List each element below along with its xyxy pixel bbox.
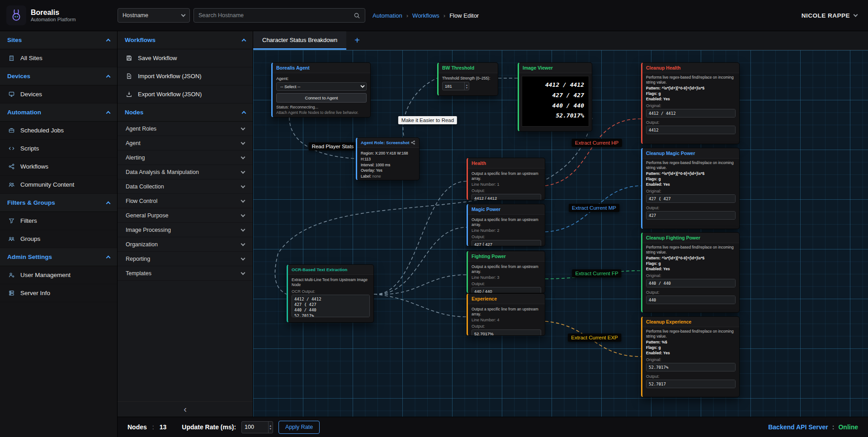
- node-category-agent[interactable]: Agent: [118, 136, 253, 150]
- monitor-icon: [8, 91, 15, 98]
- node-category-templates[interactable]: Templates: [118, 266, 253, 281]
- regex-flags: Flags: g: [646, 177, 736, 182]
- workflows-panel-header[interactable]: Workflows: [118, 31, 253, 49]
- node-borealis-agent[interactable]: Borealis Agent Agent: -- Select -- Conne…: [271, 62, 371, 117]
- share-icon[interactable]: [410, 140, 415, 145]
- node-fighting-power[interactable]: Fighting Power Output a specific line fr…: [467, 251, 545, 293]
- sidebar-section-devices[interactable]: Devices: [0, 67, 117, 85]
- building-icon: [8, 55, 15, 61]
- brand-subtitle: Automation Platform: [31, 17, 76, 22]
- original-textarea[interactable]: 4412 / 4412: [646, 109, 736, 117]
- breadcrumb-workflows[interactable]: Workflows: [412, 12, 439, 19]
- sidebar-item-user-management[interactable]: User Management: [0, 266, 117, 284]
- node-agent-role-screenshot[interactable]: Agent Role: Screenshot Region: X:200 Y:4…: [356, 137, 420, 180]
- threshold-input[interactable]: [443, 82, 464, 90]
- sidebar-section-filters-groups[interactable]: Filters & Groups: [0, 194, 117, 212]
- sidebar-section-sites[interactable]: Sites: [0, 31, 117, 49]
- users-icon: [8, 181, 15, 188]
- node-category-organization[interactable]: Organization: [118, 237, 253, 252]
- output-textarea[interactable]: 52.7017: [646, 380, 736, 388]
- category-label: Data Collection: [126, 183, 164, 190]
- sidebar-item-server-info[interactable]: Server Info: [0, 284, 117, 302]
- node-category-reporting[interactable]: Reporting: [118, 252, 253, 266]
- hostname-dropdown[interactable]: Hostname: [118, 8, 190, 23]
- sidebar-item-workflows[interactable]: Workflows: [0, 158, 117, 176]
- original-textarea[interactable]: 52.7017%: [646, 363, 736, 371]
- sidebar-item-community-content[interactable]: Community Content: [0, 176, 117, 194]
- group-icon: [8, 235, 15, 242]
- node-image-viewer[interactable]: Image Viewer 4412 / 4412 427 / 427 440 /…: [518, 62, 592, 132]
- sidebar-item-devices[interactable]: Devices: [0, 85, 117, 103]
- node-category-data-analysis[interactable]: Data Analysis & Manipulation: [118, 165, 253, 179]
- node-category-alerting[interactable]: Alerting: [118, 150, 253, 165]
- node-title: Cleanup Experience: [646, 319, 691, 324]
- output-textarea[interactable]: 427: [646, 211, 736, 220]
- output-label: Output:: [472, 324, 541, 329]
- flow-canvas[interactable]: Read Player Stats Make it Easier to Read…: [253, 50, 868, 417]
- breadcrumb-automation[interactable]: Automation: [373, 12, 402, 19]
- workflow-icon: [8, 163, 15, 170]
- export-workflow-button[interactable]: Export Workflow (JSON): [118, 85, 253, 103]
- node-category-flow-control[interactable]: Flow Control: [118, 194, 253, 208]
- regex-flags: Flags: g: [646, 261, 736, 267]
- original-textarea[interactable]: 427 { 427: [646, 194, 736, 203]
- category-label: Alerting: [126, 155, 145, 161]
- import-workflow-button[interactable]: Import Workflow (JSON): [118, 67, 253, 85]
- node-bw-threshold[interactable]: BW Threshold Threshold Strength (0–255):…: [437, 62, 498, 96]
- node-magic-power[interactable]: Magic Power Output a specific line from …: [467, 204, 545, 246]
- update-rate-field[interactable]: ▴▾: [241, 421, 273, 433]
- ocr-output-textarea[interactable]: 4412 / 4412 427 { 427 440 / 440 52.7017%: [292, 295, 370, 317]
- node-category-general-purpose[interactable]: General Purpose: [118, 208, 253, 223]
- search-input[interactable]: [198, 12, 348, 19]
- chevron-down-icon: [241, 227, 245, 231]
- sidebar-item-scheduled-jobs[interactable]: Scheduled Jobs: [0, 122, 117, 140]
- sidebar-section-admin-settings[interactable]: Admin Settings: [0, 248, 117, 266]
- node-category-agent-roles[interactable]: Agent Roles: [118, 122, 253, 136]
- node-ocr-text-extraction[interactable]: OCR-Based Text Extraction Extract Multi-…: [287, 264, 374, 323]
- sidebar-item-groups[interactable]: Groups: [0, 230, 117, 248]
- output-label: Output:: [646, 374, 736, 379]
- output-value-input[interactable]: [472, 287, 541, 293]
- hostname-search[interactable]: [193, 8, 365, 23]
- node-cleanup-health[interactable]: Cleanup Health Performs live regex-based…: [641, 62, 740, 144]
- sidebar-item-all-sites[interactable]: All Sites: [0, 49, 117, 67]
- original-textarea[interactable]: 440 / 440: [646, 279, 736, 287]
- node-cleanup-fighting-power[interactable]: Cleanup Fighting Power Performs live reg…: [641, 232, 740, 313]
- chevron-down-icon: [181, 13, 186, 17]
- node-category-image-processing[interactable]: Image Processing: [118, 223, 253, 237]
- apply-rate-button[interactable]: Apply Rate: [278, 421, 320, 434]
- spinner-icon[interactable]: ▴▾: [268, 422, 273, 433]
- node-title: Experience: [472, 296, 497, 301]
- node-title: Cleanup Fighting Power: [646, 235, 700, 240]
- save-workflow-button[interactable]: Save Workflow: [118, 49, 253, 67]
- sidebar-section-automation[interactable]: Automation: [0, 103, 117, 122]
- output-textarea[interactable]: 4412: [646, 126, 736, 134]
- brand: Borealis Automation Platform: [0, 5, 118, 25]
- spinner-icon[interactable]: ▴▾: [464, 82, 469, 90]
- collapse-panel-button[interactable]: ‹: [118, 401, 253, 417]
- tab-character-status-breakdown[interactable]: Character Status Breakdown: [253, 31, 346, 50]
- sidebar-item-scripts[interactable]: Scripts: [0, 140, 117, 158]
- separator: :: [152, 423, 154, 431]
- connect-agent-button[interactable]: Connect to Agent: [276, 93, 367, 103]
- sidebar-item-filters[interactable]: Filters: [0, 212, 117, 230]
- breadcrumb: Automation › Workflows › Flow Editor: [373, 12, 479, 19]
- node-experience[interactable]: Experience Output a specific line from a…: [467, 293, 545, 336]
- node-cleanup-magic-power[interactable]: Cleanup Magic Power Performs live regex-…: [641, 148, 740, 229]
- nodes-panel-header[interactable]: Nodes: [118, 103, 253, 122]
- node-cleanup-experience[interactable]: Cleanup Experience Performs live regex-b…: [641, 316, 740, 397]
- add-tab-button[interactable]: +: [346, 31, 368, 50]
- agent-select[interactable]: -- Select --: [276, 82, 367, 91]
- output-textarea[interactable]: 440: [646, 296, 736, 304]
- node-health[interactable]: Health Output a specific line from an up…: [467, 158, 545, 200]
- node-category-data-collection[interactable]: Data Collection: [118, 179, 253, 194]
- output-value-input[interactable]: [472, 240, 541, 246]
- regex-enabled: Enabled: Yes: [646, 351, 736, 356]
- edge-label-extract-mp: Extract Current MP: [569, 204, 619, 212]
- output-value-input[interactable]: [472, 194, 541, 200]
- update-rate-input[interactable]: [242, 422, 268, 433]
- user-menu[interactable]: NICOLE RAPPE: [802, 12, 857, 19]
- line-number-label: Line Number: 3: [472, 275, 541, 280]
- original-label: Original:: [646, 103, 736, 108]
- output-value-input[interactable]: [472, 329, 541, 336]
